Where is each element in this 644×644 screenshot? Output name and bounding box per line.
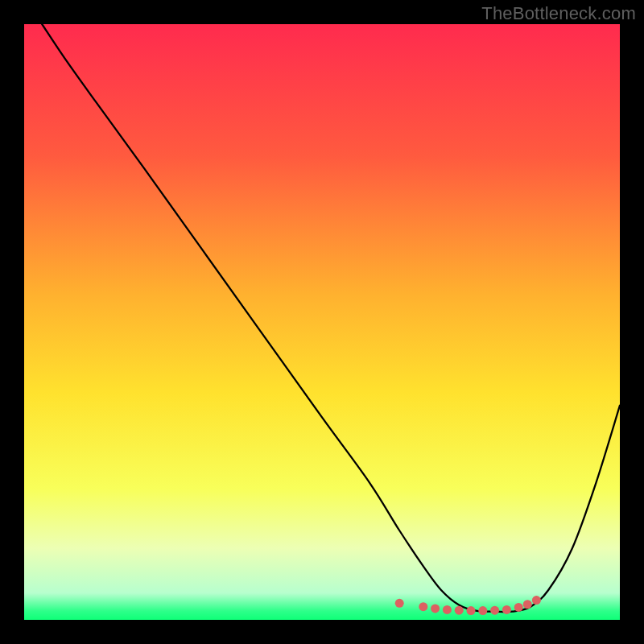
optimal-dot [532, 596, 541, 605]
optimal-dot [419, 602, 427, 611]
optimal-dot [523, 600, 532, 609]
chart-frame: TheBottleneck.com [0, 0, 644, 644]
optimal-dot [455, 606, 464, 615]
optimal-dot [478, 606, 487, 615]
optimal-dot [514, 603, 523, 612]
optimal-dot [395, 599, 404, 608]
watermark-text: TheBottleneck.com [481, 3, 636, 24]
gradient-rect [24, 24, 620, 620]
optimal-dot [431, 604, 440, 613]
optimal-dot [490, 606, 499, 615]
plot-svg [24, 24, 620, 620]
optimal-dot [467, 606, 476, 615]
optimal-dot [443, 605, 452, 614]
plot-area [24, 24, 620, 620]
optimal-dot [502, 605, 511, 614]
